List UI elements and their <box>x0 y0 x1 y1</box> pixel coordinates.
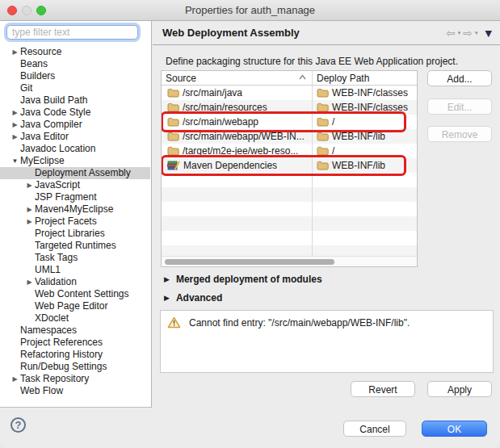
sidebar-item-builders[interactable]: Builders <box>0 70 150 82</box>
source-path: /src/main/resources <box>183 102 267 113</box>
chevron-right-icon[interactable]: ▶ <box>24 203 35 216</box>
chevron-right-icon[interactable]: ▶ <box>24 276 35 288</box>
sidebar-item-myeclipse[interactable]: ▼MyEclipse <box>0 155 150 167</box>
chevron-right-icon[interactable]: ▶ <box>10 373 20 385</box>
sidebar-item-beans[interactable]: Beans <box>0 58 150 70</box>
warning-icon <box>167 316 181 329</box>
chevron-right-icon[interactable]: ▶ <box>10 46 20 58</box>
apply-button[interactable]: Apply <box>427 381 492 397</box>
sidebar-item-java-code-style[interactable]: ▶Java Code Style <box>0 107 150 119</box>
sidebar-item-java-build-path[interactable]: Java Build Path <box>0 94 150 107</box>
horizontal-scrollbar[interactable] <box>162 256 417 266</box>
sidebar-item-task-tags[interactable]: Task Tags <box>0 252 150 264</box>
sidebar-item-run-debug-settings[interactable]: Run/Debug Settings <box>0 361 150 373</box>
source-cell[interactable]: /src/main/resources <box>162 100 312 115</box>
sidebar-item-java-compiler[interactable]: ▶Java Compiler <box>0 119 150 131</box>
sidebar-item-label: Builders <box>20 70 55 82</box>
sidebar-item-web-content-settings[interactable]: Web Content Settings <box>0 288 150 300</box>
table-header[interactable]: Source Deploy Path <box>162 71 417 86</box>
source-cell[interactable]: /src/main/webapp <box>162 115 312 129</box>
ok-button[interactable]: OK <box>422 421 487 437</box>
table-row[interactable]: /src/main/javaWEB-INF/classes <box>162 86 417 100</box>
sidebar-item-xdoclet[interactable]: XDoclet <box>0 312 150 324</box>
chevron-right-icon[interactable]: ▶ <box>164 294 170 302</box>
sidebar-item-javadoc-location[interactable]: Javadoc Location <box>0 143 150 155</box>
sidebar-item-git[interactable]: Git <box>0 82 150 94</box>
deploy-path-cell[interactable]: / <box>312 115 417 129</box>
source-cell[interactable]: Maven Dependencies <box>162 158 312 173</box>
assembly-table[interactable]: Source Deploy Path /src/main/javaWEB-INF… <box>161 70 418 267</box>
sidebar-item-label: UML1 <box>35 264 61 276</box>
chevron-right-icon[interactable]: ▶ <box>10 107 20 119</box>
source-cell[interactable]: /src/main/webapp/WEB-IN... <box>162 129 312 144</box>
sidebar-item-label: Targeted Runtimes <box>35 240 116 252</box>
sidebar-item-label: JavaScript <box>35 179 80 191</box>
sidebar-item-validation[interactable]: ▶Validation <box>0 276 150 288</box>
chevron-right-icon[interactable]: ▶ <box>24 216 35 228</box>
deploy-path: / <box>332 116 334 128</box>
source-cell[interactable]: /target/m2e-jee/web-reso... <box>162 144 312 158</box>
sidebar-item-java-editor[interactable]: ▶Java Editor <box>0 131 150 143</box>
sidebar-item-javascript[interactable]: ▶JavaScript <box>0 179 150 191</box>
sidebar-item-label: Java Compiler <box>20 119 82 131</box>
sidebar-item-project-references[interactable]: Project References <box>0 337 150 349</box>
source-cell[interactable]: /src/main/java <box>162 86 312 100</box>
section-advanced[interactable]: ▶ Advanced <box>164 292 222 304</box>
cancel-button[interactable]: Cancel <box>343 421 406 437</box>
table-row[interactable]: /target/m2e-jee/web-reso.../ <box>162 144 417 158</box>
table-empty-row <box>162 202 417 216</box>
chevron-right-icon[interactable]: ▶ <box>24 179 35 191</box>
sidebar-item-maven4myeclipse[interactable]: ▶Maven4MyEclipse <box>0 203 150 216</box>
library-icon <box>167 161 180 170</box>
section-merged-deployment[interactable]: ▶ Merged deployment of modules <box>164 274 322 285</box>
chevron-right-icon[interactable]: ▶ <box>164 275 170 283</box>
column-header-source[interactable]: Source <box>166 73 196 84</box>
deploy-path-cell[interactable]: WEB-INF/lib <box>312 158 417 173</box>
source-path: /src/main/webapp/WEB-IN... <box>183 131 305 142</box>
column-header-deploy-path[interactable]: Deploy Path <box>317 73 369 84</box>
sidebar-item-targeted-runtimes[interactable]: Targeted Runtimes <box>0 240 150 252</box>
sidebar-item-task-repository[interactable]: ▶Task Repository <box>0 373 150 385</box>
remove-button[interactable]: Remove <box>427 126 492 142</box>
scrollbar-thumb[interactable] <box>165 259 334 265</box>
sidebar-item-refactoring-history[interactable]: Refactoring History <box>0 349 150 361</box>
deploy-path-cell[interactable]: WEB-INF/classes <box>312 86 417 100</box>
revert-button[interactable]: Revert <box>351 381 415 397</box>
help-icon[interactable]: ? <box>11 417 26 433</box>
sidebar-item-uml1[interactable]: UML1 <box>0 264 150 276</box>
deploy-path: / <box>332 145 334 157</box>
edit-button[interactable]: Edit... <box>427 98 492 115</box>
sidebar-item-namespaces[interactable]: Namespaces <box>0 324 150 337</box>
add-button[interactable]: Add... <box>427 70 492 86</box>
chevron-right-icon[interactable]: ▶ <box>10 119 20 131</box>
view-menu-icon[interactable]: ▼ <box>485 28 492 39</box>
sidebar-item-label: Javadoc Location <box>20 143 95 155</box>
forward-arrow-icon[interactable]: ⇨ <box>463 27 473 39</box>
sidebar-item-web-flow[interactable]: Web Flow <box>0 385 150 397</box>
table-row[interactable]: /src/main/resourcesWEB-INF/classes <box>162 100 417 115</box>
table-row[interactable]: /src/main/webapp/WEB-IN...WEB-INF/lib <box>162 129 417 144</box>
sidebar-item-deployment-assembly[interactable]: Deployment Assembly <box>0 167 150 179</box>
table-row[interactable]: Maven DependenciesWEB-INF/lib <box>162 158 417 173</box>
deploy-path-cell[interactable]: WEB-INF/lib <box>312 129 417 144</box>
filter-input[interactable] <box>6 25 138 40</box>
sidebar-item-label: Java Code Style <box>20 107 90 119</box>
table-empty-row <box>162 216 417 231</box>
table-row[interactable]: /src/main/webapp/ <box>162 115 417 129</box>
sidebar-item-resource[interactable]: ▶Resource <box>0 46 150 58</box>
sidebar-item-label: Validation <box>35 276 77 288</box>
folder-icon <box>167 132 179 141</box>
sidebar-item-project-libraries[interactable]: Project Libraries <box>0 228 150 240</box>
chevron-right-icon[interactable]: ▶ <box>10 131 20 143</box>
warning-box: Cannot find entry: "/src/main/webapp/WEB… <box>160 310 494 373</box>
sidebar-item-web-page-editor[interactable]: Web Page Editor <box>0 300 150 312</box>
table-rows: /src/main/javaWEB-INF/classes/src/main/r… <box>162 86 417 256</box>
deploy-path-cell[interactable]: WEB-INF/classes <box>312 100 417 115</box>
sidebar-item-jsp-fragment[interactable]: JSP Fragment <box>0 191 150 203</box>
back-dropdown-icon[interactable]: ▾ <box>458 30 461 36</box>
deploy-path-cell[interactable]: / <box>312 144 417 158</box>
sidebar-item-project-facets[interactable]: ▶Project Facets <box>0 216 150 228</box>
forward-dropdown-icon[interactable]: ▾ <box>475 30 478 36</box>
chevron-down-icon[interactable]: ▼ <box>10 155 20 167</box>
back-arrow-icon[interactable]: ⇦ <box>446 27 456 39</box>
